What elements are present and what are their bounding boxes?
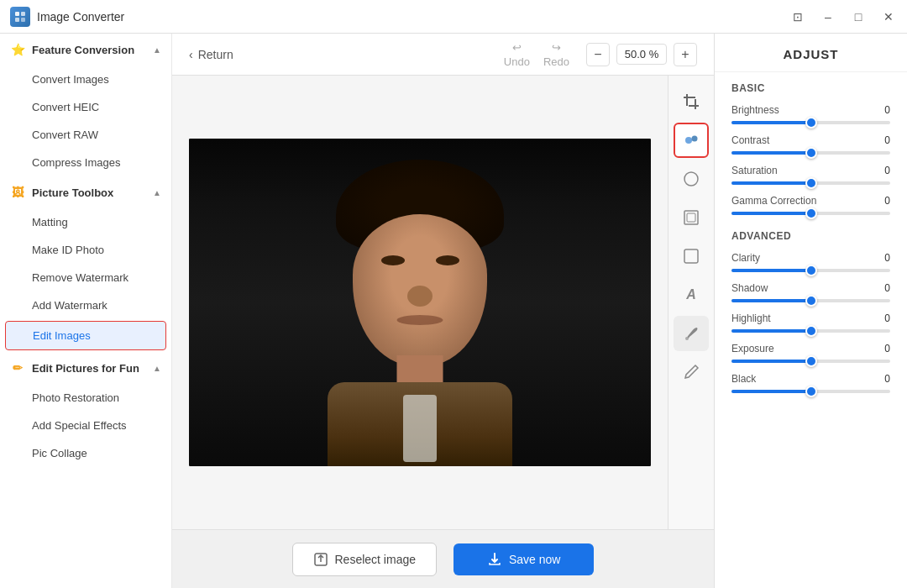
sidebar-item-make-id-photo[interactable]: Make ID Photo bbox=[0, 236, 171, 264]
sidebar-item-convert-raw[interactable]: Convert RAW bbox=[0, 121, 171, 149]
picture-toolbox-label: Picture Toolbox bbox=[32, 186, 113, 199]
brightness-slider[interactable] bbox=[731, 121, 890, 124]
shadow-row: Shadow 0 bbox=[715, 277, 907, 307]
svg-point-9 bbox=[692, 136, 698, 142]
redo-icon: ↪ bbox=[552, 41, 561, 54]
sidebar-item-matting[interactable]: Matting bbox=[0, 208, 171, 236]
sidebar-item-convert-heic[interactable]: Convert HEIC bbox=[0, 93, 171, 121]
black-row: Black 0 bbox=[715, 368, 907, 398]
undo-button[interactable]: ↩ Undo bbox=[504, 41, 530, 68]
save-now-button[interactable]: Save now bbox=[454, 543, 594, 575]
sidebar-section-feature-conversion[interactable]: ⭐ Feature Conversion ▲ bbox=[0, 34, 171, 66]
return-button[interactable]: ‹ Return bbox=[189, 48, 233, 61]
feature-conversion-icon: ⭐ bbox=[10, 42, 25, 57]
window-controls: ⊡ – □ ✕ bbox=[789, 8, 897, 25]
svg-rect-1 bbox=[21, 12, 25, 16]
zoom-in-button[interactable]: + bbox=[674, 43, 697, 66]
svg-rect-7 bbox=[689, 105, 699, 107]
sidebar-item-convert-images[interactable]: Convert Images bbox=[0, 66, 171, 93]
reselect-icon bbox=[313, 552, 328, 567]
shadow-value: 0 bbox=[873, 282, 890, 294]
shadow-slider[interactable] bbox=[731, 299, 890, 302]
return-arrow-icon: ‹ bbox=[189, 48, 193, 61]
gamma-correction-slider[interactable] bbox=[731, 212, 890, 215]
gamma-correction-value: 0 bbox=[873, 195, 890, 207]
sidebar-section-picture-toolbox[interactable]: 🖼 Picture Toolbox ▲ bbox=[0, 176, 171, 208]
exposure-value: 0 bbox=[873, 343, 890, 354]
editor-area: ‹ Return ↩ Undo ↪ Redo − 50.0 % + bbox=[172, 34, 714, 588]
svg-rect-13 bbox=[684, 249, 698, 263]
redo-label: Redo bbox=[543, 55, 569, 68]
main-content: ⭐ Feature Conversion ▲ Convert Images Co… bbox=[0, 34, 907, 588]
sidebar-section-edit-pictures-for-fun[interactable]: ✏ Edit Pictures for Fun ▲ bbox=[0, 352, 171, 384]
sidebar-item-edit-images[interactable]: Edit Images bbox=[5, 321, 166, 350]
redo-button[interactable]: ↪ Redo bbox=[543, 41, 569, 68]
brush-tool-button[interactable] bbox=[674, 316, 709, 351]
save-icon bbox=[487, 552, 502, 567]
sidebar-item-compress-images[interactable]: Compress Images bbox=[0, 149, 171, 176]
sidebar-item-add-special-effects[interactable]: Add Special Effects bbox=[0, 412, 171, 439]
reselect-label: Reselect image bbox=[335, 553, 417, 566]
tool-strip: A bbox=[668, 76, 714, 529]
gamma-correction-row: Gamma Correction 0 bbox=[715, 190, 907, 220]
close-button[interactable]: ✕ bbox=[880, 8, 897, 25]
sidebar-item-photo-restoration[interactable]: Photo Restoration bbox=[0, 384, 171, 412]
maximize-button[interactable]: □ bbox=[850, 8, 867, 25]
filter-tool-button[interactable] bbox=[674, 161, 709, 197]
clarity-slider[interactable] bbox=[731, 269, 890, 272]
sidebar-item-add-watermark[interactable]: Add Watermark bbox=[0, 291, 171, 319]
svg-rect-4 bbox=[686, 94, 688, 106]
basic-section-title: BASIC bbox=[715, 72, 907, 99]
crop-tool-button[interactable] bbox=[674, 84, 709, 119]
contrast-value: 0 bbox=[873, 134, 890, 146]
exposure-row: Exposure 0 bbox=[715, 338, 907, 368]
black-slider[interactable] bbox=[731, 390, 890, 393]
sidebar-item-remove-watermark[interactable]: Remove Watermark bbox=[0, 264, 171, 291]
return-label: Return bbox=[198, 48, 233, 61]
title-bar: Image Converter ⊡ – □ ✕ bbox=[0, 0, 907, 34]
vignette-tool-button[interactable] bbox=[674, 239, 709, 274]
gamma-correction-label: Gamma Correction bbox=[731, 195, 816, 207]
contrast-slider[interactable] bbox=[731, 151, 890, 155]
undo-label: Undo bbox=[504, 55, 530, 68]
exposure-label: Exposure bbox=[731, 343, 774, 354]
svg-point-10 bbox=[684, 172, 698, 186]
svg-rect-3 bbox=[21, 18, 25, 22]
app-logo bbox=[10, 7, 30, 27]
canvas-area bbox=[172, 76, 668, 529]
svg-rect-11 bbox=[684, 211, 698, 224]
snap-button[interactable]: ⊡ bbox=[789, 8, 806, 25]
advanced-section-title: ADVANCED bbox=[715, 220, 907, 247]
sidebar-item-pic-collage[interactable]: Pic Collage bbox=[0, 439, 171, 467]
zoom-out-button[interactable]: − bbox=[586, 43, 610, 66]
frame-tool-button[interactable] bbox=[674, 200, 709, 235]
highlight-label: Highlight bbox=[731, 312, 771, 324]
highlight-value: 0 bbox=[873, 312, 890, 324]
exposure-slider[interactable] bbox=[731, 360, 890, 363]
picture-toolbox-chevron: ▲ bbox=[153, 188, 161, 197]
brightness-label: Brightness bbox=[731, 104, 779, 116]
contrast-row: Contrast 0 bbox=[715, 129, 907, 160]
reselect-image-button[interactable]: Reselect image bbox=[292, 543, 438, 576]
editor-toolbar: ‹ Return ↩ Undo ↪ Redo − 50.0 % + bbox=[172, 34, 714, 76]
minimize-button[interactable]: – bbox=[820, 8, 836, 25]
saturation-slider[interactable] bbox=[731, 181, 890, 185]
edit-pictures-chevron: ▲ bbox=[153, 364, 161, 373]
save-now-label: Save now bbox=[509, 553, 560, 566]
text-tool-button[interactable]: A bbox=[674, 277, 709, 312]
svg-rect-12 bbox=[687, 213, 695, 222]
sidebar: ⭐ Feature Conversion ▲ Convert Images Co… bbox=[0, 34, 172, 588]
adjust-tool-button[interactable] bbox=[674, 123, 709, 158]
adjust-panel-title: ADJUST bbox=[715, 34, 907, 72]
saturation-value: 0 bbox=[873, 165, 890, 176]
app-title: Image Converter bbox=[37, 10, 789, 24]
brightness-row: Brightness 0 bbox=[715, 99, 907, 129]
saturation-row: Saturation 0 bbox=[715, 160, 907, 190]
highlight-slider[interactable] bbox=[731, 329, 890, 333]
clarity-row: Clarity 0 bbox=[715, 247, 907, 277]
pen-tool-button[interactable] bbox=[674, 354, 709, 390]
canvas-image[interactable] bbox=[189, 139, 651, 466]
undo-redo-group: ↩ Undo ↪ Redo bbox=[504, 41, 569, 68]
adjust-panel: ADJUST BASIC Brightness 0 Contrast 0 bbox=[714, 34, 907, 588]
zoom-controls: − 50.0 % + bbox=[586, 43, 697, 66]
